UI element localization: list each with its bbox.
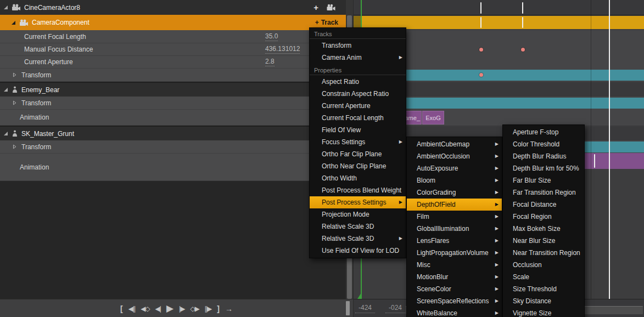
keyframe-dot[interactable] [479,73,483,77]
keyframe-dot[interactable] [521,48,525,52]
menu-item[interactable]: Scale [503,271,584,283]
menu-item[interactable]: Focus Settings ▶ [310,136,406,148]
menu-item[interactable]: Far Blur Size [503,174,584,186]
menu-item[interactable]: Sky Distance [503,295,584,307]
menu-item[interactable]: Misc ▶ [407,259,502,271]
range-start-value[interactable]: -424 [355,303,375,313]
menu-item[interactable]: AmbientCubemap ▶ [407,138,502,150]
menu-item[interactable]: Transform ▶ [310,39,406,52]
track-row-cinecameraactor8[interactable]: CineCameraActor8 + [0,0,346,15]
menu-item[interactable]: Aperture F-stop [503,126,584,138]
menu-item[interactable]: MotionBlur ▶ [407,271,502,283]
step-back-button[interactable]: ◀| [155,305,161,312]
track-row-enemy-bear-transform[interactable]: Transform [0,97,346,110]
jump-to-end-button[interactable]: ] [217,305,220,313]
ruler-keyframe-tick[interactable] [480,2,481,14]
menu-item-label: WhiteBalance [417,309,457,317]
menu-item[interactable]: Focal Region [503,211,584,223]
menu-item[interactable]: Post Process Settings ▶ [310,196,406,208]
menu-item[interactable]: WhiteBalance ▶ [407,307,502,317]
property-row-focus-distance[interactable]: Manual Focus Distance 436.131012 [0,43,346,56]
menu-item[interactable]: Current Focal Length ▶ [310,112,406,124]
add-track-label: Track [321,19,338,26]
menu-item[interactable]: LensFlares ▶ [407,235,502,247]
focal-length-value[interactable]: 35.0 [265,32,278,41]
menu-item[interactable]: Near Blur Size [503,235,584,247]
track-row-enemy-bear[interactable]: Enemy_Bear [0,83,346,97]
menu-item[interactable]: Depth Blur km for 50% [503,162,584,174]
menu-item-label: Color Threshold [513,140,559,148]
menu-item[interactable]: Ortho Width ▶ [310,172,406,184]
menu-item[interactable]: Focal Distance [503,199,584,211]
collapse-arrow-icon[interactable] [12,100,17,105]
keyframe-dot[interactable] [479,48,483,52]
collapse-arrow-icon[interactable] [12,72,17,77]
keyframe-tick[interactable] [594,154,595,168]
focus-distance-value[interactable]: 436.131012 [265,45,300,54]
menu-item[interactable]: LightPropagationVolume ▶ [407,247,502,259]
step-back-frame-button[interactable]: ◀|| [128,305,135,312]
menu-item[interactable]: Ortho Far Clip Plane ▶ [310,148,406,160]
track-row-sk-grunt-animation[interactable]: Animation [0,154,346,181]
menu-item[interactable]: Occlusion [503,259,584,271]
menu-item-label: Near Blur Size [513,237,555,245]
camera-icon [12,4,21,11]
menu-item[interactable]: Aspect Ratio ▶ [310,76,406,88]
menu-item[interactable]: Use Field Of View for LOD ▶ [310,245,406,257]
jump-to-front-button[interactable]: [ [120,305,123,313]
menu-item[interactable]: Color Threshold [503,138,584,150]
previous-keyframe-button[interactable]: ◀◇ [141,305,149,312]
property-row-aperture[interactable]: Current Aperture 2.8 [0,56,346,69]
menu-item[interactable]: Near Transition Region [503,247,584,259]
playhead[interactable] [609,0,610,299]
track-row-enemy-bear-animation[interactable]: Animation [0,110,346,126]
range-end-value[interactable]: -024 [385,303,405,313]
track-row-camera-transform[interactable]: Transform [0,69,346,82]
menu-item[interactable]: Film ▶ [407,211,502,223]
menu-item[interactable]: SceneColor ▶ [407,283,502,295]
menu-item[interactable]: Relative Scale 3D ▶ [310,233,406,245]
next-keyframe-button[interactable]: ◇▶ [190,305,199,312]
menu-item[interactable]: Camera Anim ▶ [310,52,406,64]
menu-item[interactable]: ScreenSpaceReflections ▶ [407,295,502,307]
keyframe-tick[interactable] [480,17,481,28]
menu-item[interactable]: Max Bokeh Size [503,223,584,235]
track-row-cameracomponent[interactable]: CameraComponent + Track [0,15,346,30]
menu-item[interactable]: Ortho Near Clip Plane ▶ [310,160,406,172]
add-button[interactable]: + [313,3,318,12]
menu-item[interactable]: Relative Scale 3D ▶ [310,220,406,233]
playback-mode-button[interactable]: → [225,305,233,313]
camera-add-icon[interactable] [326,4,336,11]
menu-item[interactable]: Constrain Aspect Ratio ▶ [310,88,406,100]
play-button[interactable]: ▶ [166,304,173,313]
collapse-arrow-icon[interactable] [12,144,17,149]
menu-item[interactable]: Size Threshold [503,283,584,295]
animation-clip[interactable]: ExoG [422,111,444,124]
expand-arrow-icon[interactable] [11,20,16,25]
track-row-sk-grunt-transform[interactable]: Transform [0,140,346,154]
menu-item[interactable]: AmbientOcclusion ▶ [407,150,502,162]
expand-arrow-icon[interactable] [3,87,8,92]
expand-arrow-icon[interactable] [3,131,8,136]
track-row-sk-master-grunt[interactable]: SK_Master_Grunt [0,127,346,140]
menu-item[interactable]: DepthOfField ▶ [407,199,502,211]
step-forward-frame-button[interactable]: ||▶ [205,305,211,312]
menu-item[interactable]: Current Aperture ▶ [310,100,406,112]
property-row-focal-length[interactable]: Current Focal Length 35.0 [0,30,346,43]
menu-item[interactable]: Vignette Size [503,307,584,317]
menu-item[interactable]: ColorGrading ▶ [407,186,502,199]
menu-item[interactable]: Bloom ▶ [407,174,502,186]
menu-item[interactable]: Field Of View ▶ [310,124,406,136]
aperture-value[interactable]: 2.8 [265,58,275,66]
ruler-keyframe-tick[interactable] [522,2,523,14]
timeline-ruler[interactable] [354,0,644,15]
menu-item[interactable]: AutoExposure ▶ [407,162,502,174]
menu-item[interactable]: GlobalIllumination ▶ [407,223,502,235]
menu-item[interactable]: Post Process Blend Weight ▶ [310,184,406,196]
keyframe-tick[interactable] [522,17,523,28]
menu-item[interactable]: Projection Mode ▶ [310,208,406,220]
menu-item[interactable]: Far Transition Region [503,186,584,199]
step-forward-button[interactable]: |▶ [179,305,184,312]
expand-arrow-icon[interactable] [3,5,8,10]
menu-item[interactable]: Depth Blur Radius [503,150,584,162]
